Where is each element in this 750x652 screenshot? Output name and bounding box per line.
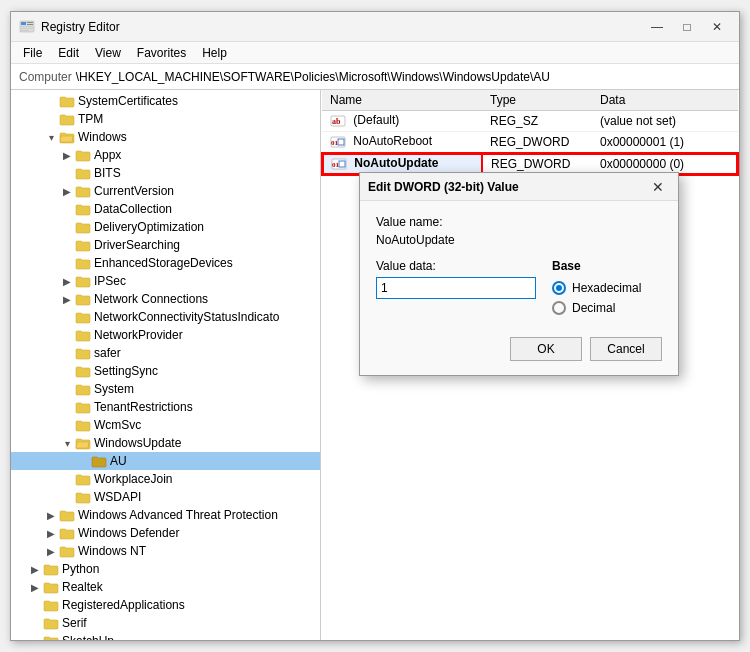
tree-expander[interactable]	[59, 255, 75, 271]
menu-file[interactable]: File	[15, 44, 50, 62]
tree-item-networkconnectivity[interactable]: NetworkConnectivityStatusIndicato	[11, 308, 320, 326]
tree-expander[interactable]	[59, 165, 75, 181]
tree-expander[interactable]: ▶	[59, 291, 75, 307]
table-row[interactable]: 01 NoAutoReboot REG_DWORD 0x00000001 (1)	[322, 132, 738, 154]
col-type[interactable]: Type	[482, 90, 592, 111]
reg-name-value: (Default)	[353, 113, 399, 127]
tree-item-windows-atp[interactable]: ▶ Windows Advanced Threat Protection	[11, 506, 320, 524]
tree-item-windows-defender[interactable]: ▶ Windows Defender	[11, 524, 320, 542]
tree-item-datacollection[interactable]: DataCollection	[11, 200, 320, 218]
tree-expander[interactable]: ▾	[59, 435, 75, 451]
tree-item-realtek[interactable]: ▶ Realtek	[11, 578, 320, 596]
tree-expander[interactable]	[59, 219, 75, 235]
folder-icon	[75, 473, 91, 486]
tree-expander[interactable]: ▶	[43, 507, 59, 523]
tree-item-network-connections[interactable]: ▶ Network Connections	[11, 290, 320, 308]
tree-expander[interactable]	[59, 381, 75, 397]
menu-favorites[interactable]: Favorites	[129, 44, 194, 62]
tree-expander[interactable]	[59, 417, 75, 433]
tree-label: SketchUp	[62, 634, 114, 640]
tree-item-driversearching[interactable]: DriverSearching	[11, 236, 320, 254]
tree-label: WorkplaceJoin	[94, 472, 172, 486]
tree-item-python[interactable]: ▶ Python	[11, 560, 320, 578]
tree-item-system[interactable]: System	[11, 380, 320, 398]
tree-expander[interactable]	[59, 489, 75, 505]
tree-panel[interactable]: SystemCertificates TPM ▾ Wind	[11, 90, 321, 640]
tree-expander[interactable]	[27, 597, 43, 613]
tree-expander[interactable]	[59, 201, 75, 217]
tree-item-windowsupdate[interactable]: ▾ WindowsUpdate	[11, 434, 320, 452]
tree-item-deliveryoptimization[interactable]: DeliveryOptimization	[11, 218, 320, 236]
tree-label: TenantRestrictions	[94, 400, 193, 414]
tree-expander[interactable]	[59, 327, 75, 343]
tree-expander[interactable]: ▶	[27, 561, 43, 577]
tree-expander[interactable]: ▾	[43, 129, 59, 145]
tree-item-networkprovider[interactable]: NetworkProvider	[11, 326, 320, 344]
tree-item-windows-nt[interactable]: ▶ Windows NT	[11, 542, 320, 560]
folder-icon	[75, 221, 91, 234]
folder-open-icon	[59, 131, 75, 144]
app-icon	[19, 19, 35, 35]
cancel-button[interactable]: Cancel	[590, 337, 662, 361]
close-button[interactable]: ✕	[703, 16, 731, 38]
col-name[interactable]: Name	[322, 90, 482, 111]
tree-label: AU	[110, 454, 127, 468]
tree-item-settingsync[interactable]: SettingSync	[11, 362, 320, 380]
tree-item-sketchup[interactable]: SketchUp	[11, 632, 320, 640]
tree-item-windows[interactable]: ▾ Windows	[11, 128, 320, 146]
tree-item-enhancedstoragedevices[interactable]: EnhancedStorageDevices	[11, 254, 320, 272]
table-row[interactable]: ab (Default) REG_SZ (value not set)	[322, 111, 738, 132]
tree-label: SystemCertificates	[78, 94, 178, 108]
folder-selected-icon	[91, 455, 107, 468]
tree-item-au[interactable]: AU	[11, 452, 320, 470]
menu-help[interactable]: Help	[194, 44, 235, 62]
tree-expander[interactable]	[27, 633, 43, 640]
tree-expander[interactable]	[59, 237, 75, 253]
tree-expander[interactable]: ▶	[43, 543, 59, 559]
tree-expander[interactable]	[59, 345, 75, 361]
tree-expander[interactable]	[75, 453, 91, 469]
tree-item-systemcertificates[interactable]: SystemCertificates	[11, 92, 320, 110]
tree-expander[interactable]	[43, 111, 59, 127]
dialog-close-button[interactable]: ✕	[646, 176, 670, 198]
addressbar-path[interactable]: \HKEY_LOCAL_MACHINE\SOFTWARE\Policies\Mi…	[76, 70, 550, 84]
tree-item-tpm[interactable]: TPM	[11, 110, 320, 128]
tree-item-serif[interactable]: Serif	[11, 614, 320, 632]
minimize-button[interactable]: —	[643, 16, 671, 38]
tree-expander[interactable]: ▶	[27, 579, 43, 595]
tree-item-wcmsvc[interactable]: WcmSvc	[11, 416, 320, 434]
col-data[interactable]: Data	[592, 90, 738, 111]
tree-label: Windows	[78, 130, 127, 144]
folder-icon	[43, 563, 59, 576]
tree-item-registeredapplications[interactable]: RegisteredApplications	[11, 596, 320, 614]
tree-expander[interactable]: ▶	[59, 273, 75, 289]
ok-button[interactable]: OK	[510, 337, 582, 361]
tree-item-appx[interactable]: ▶ Appx	[11, 146, 320, 164]
tree-expander[interactable]: ▶	[59, 183, 75, 199]
tree-item-wsdapi[interactable]: WSDAPI	[11, 488, 320, 506]
tree-item-tenantrestrictions[interactable]: TenantRestrictions	[11, 398, 320, 416]
tree-expander[interactable]: ▶	[43, 525, 59, 541]
tree-expander[interactable]	[59, 309, 75, 325]
tree-expander[interactable]	[59, 399, 75, 415]
maximize-button[interactable]: □	[673, 16, 701, 38]
tree-expander[interactable]	[59, 363, 75, 379]
tree-expander[interactable]	[27, 615, 43, 631]
tree-expander[interactable]: ▶	[59, 147, 75, 163]
tree-expander[interactable]	[59, 471, 75, 487]
radio-decimal[interactable]: Decimal	[552, 301, 641, 315]
reg-type-cell: REG_SZ	[482, 111, 592, 132]
tree-item-ipsec[interactable]: ▶ IPSec	[11, 272, 320, 290]
tree-item-currentversion[interactable]: ▶ CurrentVersion	[11, 182, 320, 200]
radio-decimal-label: Decimal	[572, 301, 615, 315]
menu-edit[interactable]: Edit	[50, 44, 87, 62]
value-data-input[interactable]	[376, 277, 536, 299]
tree-item-bits[interactable]: BITS	[11, 164, 320, 182]
svg-rect-4	[21, 26, 33, 27]
radio-hexadecimal[interactable]: Hexadecimal	[552, 281, 641, 295]
tree-expander[interactable]	[43, 93, 59, 109]
tree-item-safer[interactable]: safer	[11, 344, 320, 362]
tree-item-workplacejoin[interactable]: WorkplaceJoin	[11, 470, 320, 488]
tree-label: DriverSearching	[94, 238, 180, 252]
menu-view[interactable]: View	[87, 44, 129, 62]
